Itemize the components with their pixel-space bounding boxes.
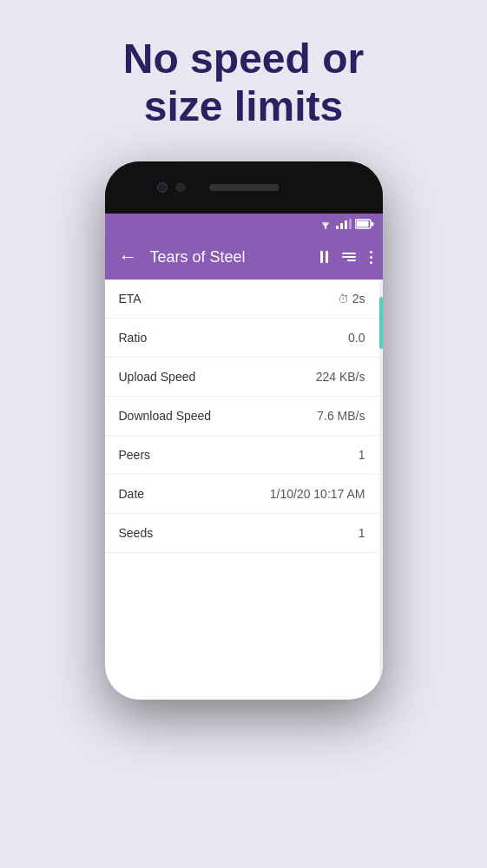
info-list: ETA ⏱2s Ratio 0.0 Upload Speed 224 KB/s: [105, 279, 379, 700]
back-button[interactable]: ←: [115, 242, 141, 272]
peers-label: Peers: [119, 448, 151, 462]
table-row: Seeds 1: [105, 514, 379, 553]
list-button[interactable]: [342, 253, 356, 261]
table-row: ETA ⏱2s: [105, 279, 379, 319]
ratio-value: 0.0: [348, 331, 365, 345]
app-bar: ← Tears of Steel: [105, 234, 383, 279]
download-speed-label: Download Speed: [119, 409, 212, 423]
table-row: Ratio 0.0: [105, 319, 379, 358]
upload-speed-value: 224 KB/s: [316, 370, 365, 384]
table-row: Download Speed 7.6 MB/s: [105, 397, 379, 436]
app-bar-title: Tears of Steel: [150, 248, 312, 266]
eta-value: ⏱2s: [338, 292, 365, 306]
date-value: 1/10/20 10:17 AM: [270, 487, 365, 501]
svg-rect-2: [371, 222, 373, 227]
scrollbar-track: [379, 279, 383, 700]
phone-top-bar: [105, 161, 383, 214]
date-label: Date: [119, 487, 145, 501]
table-row: Peers 1: [105, 436, 379, 475]
svg-rect-3: [356, 221, 368, 227]
ratio-label: Ratio: [119, 331, 148, 345]
table-row: Upload Speed 224 KB/s: [105, 358, 379, 397]
phone-speaker: [209, 184, 279, 191]
battery-icon: [355, 219, 374, 229]
seeds-value: 1: [359, 526, 365, 540]
upload-speed-label: Upload Speed: [119, 370, 196, 384]
table-row: Date 1/10/20 10:17 AM: [105, 475, 379, 514]
phone-screen: ← Tears of Steel: [105, 214, 383, 700]
svg-point-0: [324, 227, 326, 229]
wifi-icon: [319, 219, 332, 229]
app-bar-actions: [320, 251, 372, 264]
page-headline: No speed or size limits: [89, 35, 398, 130]
peers-value: 1: [359, 448, 365, 462]
content-area: ETA ⏱2s Ratio 0.0 Upload Speed 224 KB/s: [105, 279, 383, 700]
status-bar: [105, 214, 383, 234]
phone-camera: [157, 182, 168, 193]
seeds-label: Seeds: [119, 526, 154, 540]
eta-label: ETA: [119, 292, 141, 306]
more-button[interactable]: [370, 251, 372, 264]
phone-mockup: ← Tears of Steel: [105, 161, 383, 700]
signal-bars-icon: [336, 219, 352, 229]
download-speed-value: 7.6 MB/s: [317, 409, 365, 423]
pause-button[interactable]: [320, 251, 328, 263]
phone-camera2: [176, 183, 185, 192]
clock-icon: ⏱: [338, 293, 349, 306]
scrollbar-thumb[interactable]: [379, 297, 383, 349]
